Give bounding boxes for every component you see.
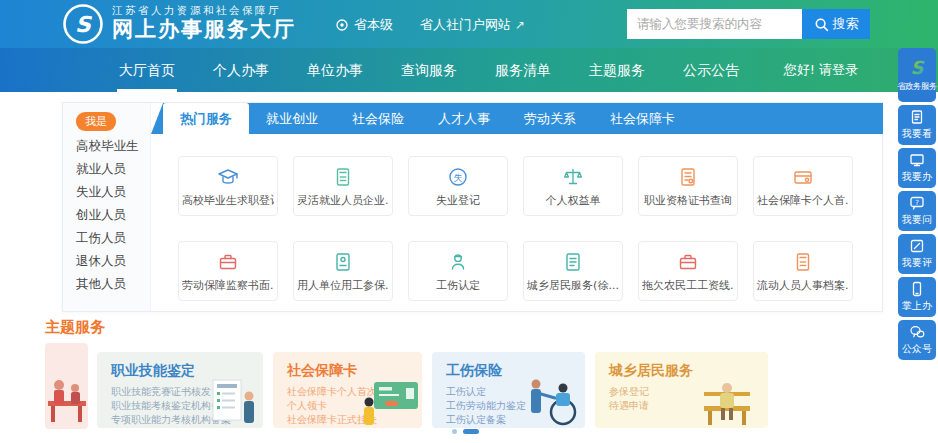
sidebar-item-entrepreneur[interactable]: 创业人员 <box>76 207 126 224</box>
service-card[interactable]: 流动人员人事档案... <box>753 241 853 301</box>
rail-button-label: 省政务服务 <box>897 81 937 93</box>
service-card-label: 个人权益单 <box>546 193 601 208</box>
tab-talent[interactable]: 人才人事 <box>421 103 507 134</box>
nav-item-query[interactable]: 查询服务 <box>395 48 463 92</box>
service-card-label: 劳动保障监察书面... <box>182 278 274 293</box>
service-card[interactable]: 工伤认定 <box>408 241 508 301</box>
service-card[interactable]: 职业资格证书查询 <box>638 156 738 216</box>
theme-card-work-injury-insurance[interactable]: 工伤保险 工伤认定 工伤劳动能力鉴定 工伤认定备案 <box>432 352 585 428</box>
theme-link[interactable]: 个人领卡 <box>287 399 422 413</box>
theme-link[interactable]: 工伤认定 <box>446 385 585 399</box>
header: S 江苏省人力资源和社会保障厅 网上办事服务大厅 省本级 省人社门户网站 ↗ <box>0 0 938 48</box>
document-icon <box>562 250 584 274</box>
carousel-slide-partial[interactable] <box>45 343 88 429</box>
briefcase-icon <box>217 250 239 274</box>
rail-ask-button[interactable]: ? 我要问 <box>898 191 936 231</box>
theme-card-social-security-card[interactable]: 社会保障卡 社会保障卡个人首次申请 个人领卡 社会保障卡正式挂失 <box>273 352 422 428</box>
rail-button-label: 公众号 <box>902 342 932 356</box>
search-icon <box>814 17 829 32</box>
theme-card-skill-assessment[interactable]: 职业技能鉴定 职业技能竞赛证书核发 职业技能考核鉴定机构备案 专项职业能力考核机… <box>97 352 263 428</box>
theme-link[interactable]: 待遇申请 <box>609 399 768 413</box>
agency-name: 江苏省人力资源和社会保障厅 <box>112 4 296 18</box>
service-card[interactable]: 个人权益单 <box>523 156 623 216</box>
service-card[interactable]: 劳动保障监察书面... <box>178 241 278 301</box>
theme-card-title: 职业技能鉴定 <box>111 362 263 380</box>
rail-provincial-services-button[interactable]: S 省政务服务 <box>898 48 936 102</box>
sidebar-item-injured[interactable]: 工伤人员 <box>76 230 126 247</box>
rail-wechat-button[interactable]: 公众号 <box>898 320 936 360</box>
page: S 江苏省人力资源和社会保障厅 网上办事服务大厅 省本级 省人社门户网站 ↗ <box>0 0 938 443</box>
sidebar-item-graduate[interactable]: 高校毕业生 <box>76 138 139 155</box>
theme-card-urban-rural-residents[interactable]: 城乡居民服务 参保登记 待遇申请 <box>595 352 768 428</box>
sidebar-item-employed[interactable]: 就业人员 <box>76 161 126 178</box>
search-button[interactable]: 搜索 <box>802 9 870 39</box>
service-grid: 高校毕业生求职登记 灵活就业人员企业... 失 失业登记 <box>151 134 883 301</box>
search-input[interactable] <box>627 9 802 39</box>
theme-link[interactable]: 社会保障卡正式挂失 <box>287 413 422 427</box>
theme-link[interactable]: 社会保障卡个人首次申请 <box>287 385 422 399</box>
service-card[interactable]: 城乡居民服务(徐... <box>523 241 623 301</box>
tab-social-security-card[interactable]: 社会保障卡 <box>593 103 692 134</box>
rail-view-button[interactable]: 我要看 <box>898 105 936 145</box>
svg-text:S: S <box>75 12 93 37</box>
theme-link[interactable]: 参保登记 <box>609 385 768 399</box>
tab-labor-relations[interactable]: 劳动关系 <box>507 103 593 134</box>
theme-card-title: 社会保障卡 <box>287 362 422 380</box>
login-link[interactable]: 您好! 请登录 <box>784 48 858 92</box>
rail-button-label: 我要看 <box>902 127 932 141</box>
sidebar-item-unemployed[interactable]: 失业人员 <box>76 184 126 201</box>
document-icon <box>909 109 925 125</box>
rail-handle-button[interactable]: 我要办 <box>898 148 936 188</box>
worker-icon <box>447 250 469 274</box>
rail-mobile-button[interactable]: 掌上办 <box>898 277 936 317</box>
nav-item-home[interactable]: 大厅首页 <box>113 48 181 92</box>
service-card-label: 职业资格证书查询 <box>644 193 732 208</box>
theme-link[interactable]: 职业技能考核鉴定机构备案 <box>111 399 263 413</box>
calculator-icon <box>332 165 354 189</box>
sidebar-item-retired[interactable]: 退休人员 <box>76 253 126 270</box>
theme-link[interactable]: 工伤认定备案 <box>446 413 585 427</box>
service-card[interactable]: 社会保障卡个人首... <box>753 156 853 216</box>
nav-item-personal[interactable]: 个人办事 <box>207 48 275 92</box>
theme-link[interactable]: 职业技能竞赛证书核发 <box>111 385 263 399</box>
svg-text:?: ? <box>915 199 919 207</box>
tab-social-insurance[interactable]: 社会保险 <box>335 103 421 134</box>
service-card[interactable]: 灵活就业人员企业... <box>293 156 393 216</box>
tab-employment[interactable]: 就业创业 <box>249 103 335 134</box>
i-am-badge: 我是 <box>76 112 116 131</box>
service-card[interactable]: 拖欠农民工工资线... <box>638 241 738 301</box>
tab-hot-services[interactable]: 热门服务 <box>163 103 249 134</box>
theme-link[interactable]: 专项职业能力考核机构备案 <box>111 413 263 427</box>
edit-pencil-icon <box>909 238 925 254</box>
bench-people-illustration-icon <box>46 365 88 427</box>
nav-item-notice[interactable]: 公示公告 <box>677 48 745 92</box>
service-card[interactable]: 失 失业登记 <box>408 156 508 216</box>
social-card-icon <box>792 165 814 189</box>
service-card-label: 用人单位用工参保... <box>297 278 389 293</box>
rail-review-button[interactable]: 我要评 <box>898 234 936 274</box>
region-selector[interactable]: 省本级 <box>335 16 393 34</box>
provincial-services-logo-icon: S <box>906 57 928 79</box>
nav-item-service-list[interactable]: 服务清单 <box>489 48 557 92</box>
sidebar-item-other[interactable]: 其他人员 <box>76 276 126 293</box>
portal-link[interactable]: 省人社门户网站 ↗ <box>420 16 525 34</box>
theme-link[interactable]: 工伤劳动能力鉴定 <box>446 399 585 413</box>
rail-button-label: 掌上办 <box>902 299 932 313</box>
service-card[interactable]: 高校毕业生求职登记 <box>178 156 278 216</box>
service-card[interactable]: 用人单位用工参保... <box>293 241 393 301</box>
nav-item-theme[interactable]: 主题服务 <box>583 48 651 92</box>
service-card-label: 工伤认定 <box>436 278 480 293</box>
carousel-dot-active[interactable] <box>463 429 479 434</box>
service-tabbar: 热门服务 就业创业 社会保险 人才人事 劳动关系 社会保障卡 <box>151 103 883 134</box>
monitor-icon <box>909 152 925 168</box>
nav-item-unit[interactable]: 单位办事 <box>301 48 369 92</box>
service-card-label: 失业登记 <box>436 193 480 208</box>
carousel-dot[interactable] <box>452 429 457 434</box>
wechat-icon <box>909 324 925 340</box>
portal-link-label: 省人社门户网站 <box>420 16 511 34</box>
graduation-cap-icon <box>217 165 239 189</box>
scale-icon <box>562 165 584 189</box>
page-title: 网上办事服务大厅 <box>112 18 296 41</box>
region-label: 省本级 <box>354 16 393 34</box>
theme-section-title: 主题服务 <box>45 318 105 337</box>
